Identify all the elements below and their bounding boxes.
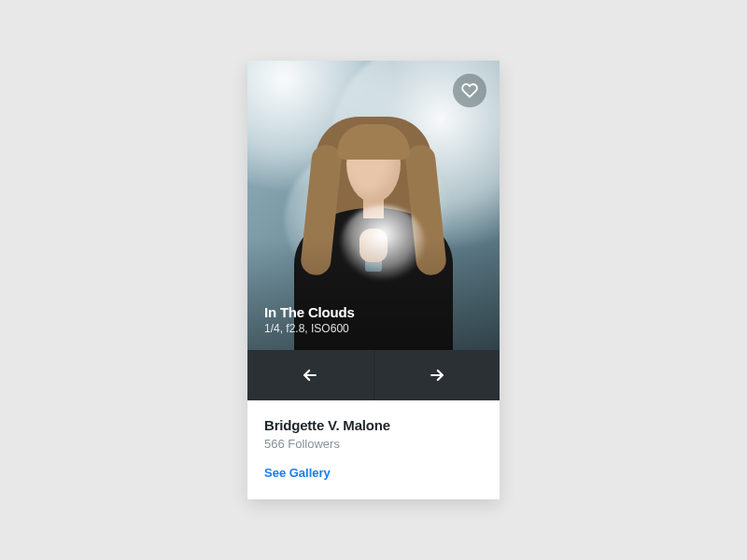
author-name: Bridgette V. Malone (264, 417, 483, 433)
photo-meta: 1/4, f2.8, ISO600 (264, 322, 355, 335)
see-gallery-link[interactable]: See Gallery (264, 466, 331, 480)
prev-button[interactable] (247, 350, 374, 400)
photo-card: In The Clouds 1/4, f2.8, ISO600 Bridgett… (247, 61, 500, 499)
author-info: Bridgette V. Malone 566 Followers See Ga… (247, 400, 500, 499)
heart-icon (461, 82, 478, 99)
nav-bar (247, 350, 500, 400)
photo-title: In The Clouds (264, 304, 355, 320)
follower-count: 566 Followers (264, 437, 483, 451)
hero-image: In The Clouds 1/4, f2.8, ISO600 (247, 61, 500, 350)
next-button[interactable] (374, 350, 500, 400)
favorite-button[interactable] (453, 74, 486, 107)
arrow-left-icon (301, 366, 319, 385)
arrow-right-icon (428, 366, 446, 385)
hero-caption: In The Clouds 1/4, f2.8, ISO600 (264, 304, 355, 335)
